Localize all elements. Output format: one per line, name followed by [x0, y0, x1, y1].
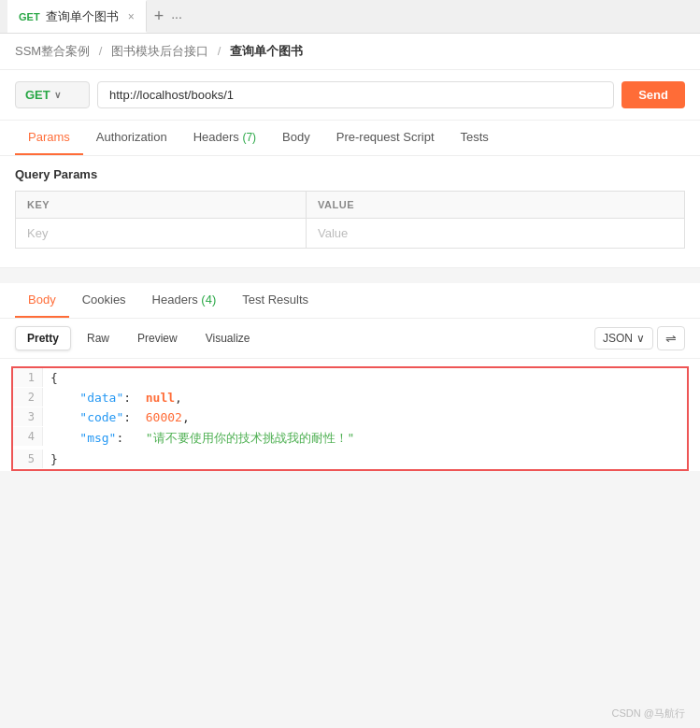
format-bar: Pretty Raw Preview Visualize JSON ∨ ⇌: [0, 319, 700, 359]
line-number: 4: [13, 427, 43, 446]
fmt-pretty-button[interactable]: Pretty: [15, 326, 71, 350]
fmt-raw-button[interactable]: Raw: [75, 326, 121, 350]
col-value-header: VALUE: [307, 192, 685, 219]
tab-body-label: Body: [282, 130, 310, 144]
response-tabs: Body Cookies Headers (4) Test Results: [0, 283, 700, 319]
col-key-header: KEY: [16, 192, 307, 219]
code-line-2: 2 "data": null,: [13, 388, 687, 407]
breadcrumb: SSM整合案例 / 图书模块后台接口 / 查询单个图书: [0, 34, 700, 70]
line-content: "code": 60002,: [43, 407, 197, 427]
response-area: Body Cookies Headers (4) Test Results Pr…: [0, 283, 700, 471]
resp-tab-cookies[interactable]: Cookies: [69, 283, 139, 318]
url-input[interactable]: [97, 81, 614, 108]
resp-tab-test-results[interactable]: Test Results: [229, 283, 321, 318]
breadcrumb-sep1: /: [99, 44, 103, 58]
footer-text: CSDN @马航行: [612, 707, 685, 719]
tab-params-label: Params: [28, 130, 70, 144]
tab-method-badge: GET: [19, 11, 40, 22]
resp-tab-headers[interactable]: Headers (4): [139, 283, 230, 318]
tab-tests-label: Tests: [461, 130, 489, 144]
line-content: }: [43, 450, 65, 469]
value-cell[interactable]: Value: [307, 219, 685, 249]
line-number: 3: [13, 407, 43, 426]
method-select[interactable]: GET ∨: [15, 81, 90, 108]
tab-close-icon[interactable]: ×: [128, 10, 135, 23]
line-number: 1: [13, 368, 43, 387]
headers-badge: (7): [242, 131, 256, 144]
tab-add-icon[interactable]: +: [147, 7, 172, 26]
code-line-4: 4 "msg": "请不要使用你的技术挑战我的耐性！": [13, 427, 687, 450]
fmt-preview-button[interactable]: Preview: [125, 326, 190, 350]
chevron-down-icon: ∨: [636, 332, 645, 345]
line-number: 5: [13, 450, 43, 468]
resp-tab-cookies-label: Cookies: [82, 293, 126, 307]
tab-item-active[interactable]: GET 查询单个图书 ×: [7, 0, 147, 33]
json-format-label: JSON: [603, 332, 633, 345]
send-button[interactable]: Send: [621, 81, 685, 108]
table-row: Key Value: [16, 219, 685, 249]
resp-tab-body-label: Body: [28, 293, 56, 307]
tab-pre-request-label: Pre-request Script: [336, 130, 435, 144]
tab-headers[interactable]: Headers (7): [180, 121, 269, 155]
tab-more-icon[interactable]: ···: [171, 9, 182, 24]
line-number: 2: [13, 388, 43, 407]
resp-tab-test-results-label: Test Results: [242, 293, 308, 307]
footer: CSDN @马航行: [612, 707, 685, 721]
json-format-select[interactable]: JSON ∨: [594, 327, 653, 350]
url-bar: GET ∨ Send: [0, 70, 700, 121]
tab-title: 查询单个图书: [46, 8, 119, 25]
line-content: "msg": "请不要使用你的技术挑战我的耐性！": [43, 427, 362, 450]
spacer: [0, 268, 700, 283]
fmt-visualize-button[interactable]: Visualize: [193, 326, 263, 350]
line-content: "data": null,: [43, 388, 190, 407]
wrap-icon: ⇌: [665, 331, 677, 346]
code-line-1: 1 {: [13, 368, 687, 388]
tab-params[interactable]: Params: [15, 121, 83, 155]
breadcrumb-sep2: /: [218, 44, 221, 58]
request-tabs: Params Authorization Headers (7) Body Pr…: [0, 121, 700, 156]
tab-headers-label: Headers: [193, 130, 243, 144]
method-label: GET: [25, 88, 50, 102]
tab-authorization[interactable]: Authorization: [83, 121, 180, 155]
breadcrumb-part1: SSM整合案例: [15, 44, 90, 58]
code-area: 1 { 2 "data": null, 3 "code": 60002, 4 "…: [11, 366, 689, 471]
resp-headers-badge: (4): [201, 293, 216, 307]
query-params-title: Query Params: [15, 167, 685, 181]
params-table: KEY VALUE Key Value: [15, 191, 685, 249]
tab-body[interactable]: Body: [269, 121, 323, 155]
line-content: {: [43, 368, 65, 388]
breadcrumb-current: 查询单个图书: [230, 44, 303, 58]
breadcrumb-part2: 图书模块后台接口: [111, 44, 208, 58]
chevron-down-icon: ∨: [54, 90, 61, 100]
resp-tab-headers-label: Headers: [152, 293, 202, 307]
tab-tests[interactable]: Tests: [448, 121, 502, 155]
resp-tab-body[interactable]: Body: [15, 283, 69, 318]
tab-bar: GET 查询单个图书 × + ···: [0, 0, 700, 34]
key-placeholder: Key: [27, 226, 48, 240]
code-line-5: 5 }: [13, 450, 687, 469]
tab-authorization-label: Authorization: [96, 130, 167, 144]
key-cell[interactable]: Key: [16, 219, 307, 249]
code-line-3: 3 "code": 60002,: [13, 407, 687, 427]
tab-pre-request[interactable]: Pre-request Script: [323, 121, 448, 155]
query-params-section: Query Params KEY VALUE Key Value: [0, 156, 700, 268]
value-placeholder: Value: [318, 226, 348, 240]
wrap-button[interactable]: ⇌: [657, 326, 685, 350]
